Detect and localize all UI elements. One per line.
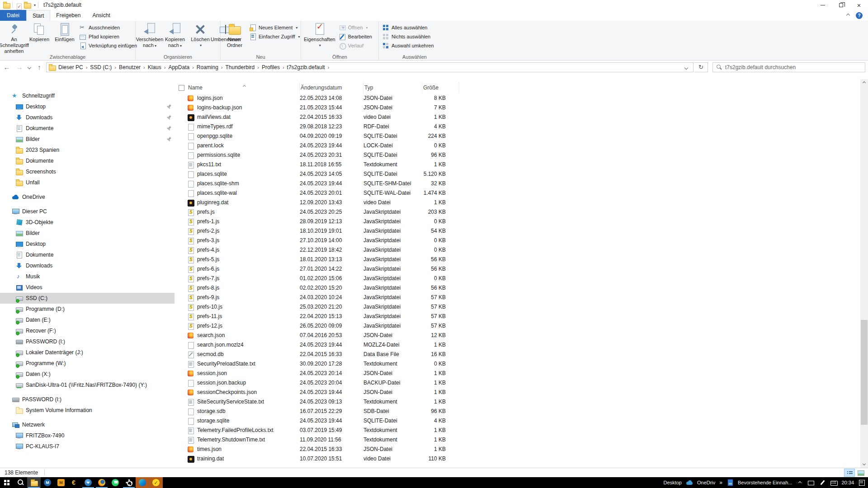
minimize-button[interactable] xyxy=(814,0,832,10)
file-row-telemetry-shutdowntime-txt[interactable]: Telemetry.ShutdownTime.txt11.09.2020 11:… xyxy=(175,435,860,444)
tab-start[interactable]: Start xyxy=(26,10,50,21)
file-row-prefs-7-js[interactable]: prefs-7.js01.02.2020 15:06JavaSkriptdate… xyxy=(175,273,860,283)
breadcrumb-item-appdata[interactable]: AppData xyxy=(165,64,192,70)
paste-button[interactable]: Einfügen xyxy=(52,22,77,43)
tab-datei[interactable]: Datei xyxy=(0,10,26,21)
reminder-app-icon[interactable] xyxy=(726,479,734,486)
file-row-logins-backup-json[interactable]: logins-backup.json21.05.2023 15:44JSON-D… xyxy=(175,103,860,112)
sidebar-item-desktop[interactable]: Desktop xyxy=(0,239,175,249)
sidebar-item-dieser-pc[interactable]: Dieser PC xyxy=(0,206,175,217)
file-row-search-json-mozlz4[interactable]: search.json.mozlz424.05.2023 19:44MOZLZ4… xyxy=(175,340,860,349)
tab-freigeben[interactable]: Freigeben xyxy=(50,10,86,21)
sidebar-item-lokaler-datentr-ger-j[interactable]: Lokaler Datenträger (J:) xyxy=(0,347,175,358)
taskbar-desktop-toolbar[interactable]: Desktop xyxy=(664,480,682,485)
file-row-session-json[interactable]: session.json24.05.2023 20:14JSON-Datei1 … xyxy=(175,368,860,378)
new-folder-button[interactable]: Neuer Ordner xyxy=(222,22,247,49)
file-row-secmod-db[interactable]: secmod.db22.04.2015 16:33Data Base File1… xyxy=(175,349,860,359)
up-button[interactable]: ↑ xyxy=(33,62,45,72)
file-row-prefs-5-js[interactable]: prefs-5.js18.01.2020 13:13JavaSkriptdate… xyxy=(175,254,860,264)
sidebar-item-dokumente[interactable]: Dokumente xyxy=(0,249,175,260)
sidebar-item-2023-spanien[interactable]: 2023 Spanien xyxy=(0,145,175,155)
file-row-mailviews-dat[interactable]: mailViews.dat22.04.2015 16:33video Datei… xyxy=(175,112,860,122)
scroll-down-button[interactable] xyxy=(860,460,868,468)
open-button[interactable]: Öffnen▾ xyxy=(337,23,374,32)
file-row-prefs-12-js[interactable]: prefs-12.js26.05.2020 09:09JavaSkriptdat… xyxy=(175,321,860,330)
easy-access-button[interactable]: Einfacher Zugriff▾ xyxy=(247,33,302,41)
file-row-times-json[interactable]: times.json22.04.2015 16:33JSON-Datei1 KB xyxy=(175,444,860,454)
thumbnails-view-button[interactable] xyxy=(855,469,866,477)
sidebar-item-screenshots[interactable]: Screenshots xyxy=(0,166,175,177)
select-none-button[interactable]: Nichts auswählen xyxy=(380,33,436,41)
delete-button[interactable]: Löschen ▾ xyxy=(188,22,213,49)
sidebar-item-ssd-c[interactable]: SSD (C:) xyxy=(0,293,175,304)
file-row-prefs-9-js[interactable]: prefs-9.js24.03.2020 10:24JavaSkriptdate… xyxy=(175,292,860,302)
file-row-storage-sqlite[interactable]: storage.sqlite24.05.2023 19:44SQLITE-Dat… xyxy=(175,416,860,425)
sidebar-item-programme-d[interactable]: Programme (D:) xyxy=(0,304,175,314)
file-row-prefs-js[interactable]: prefs.js24.05.2023 20:25JavaSkriptdatei2… xyxy=(175,207,860,216)
file-row-sessioncheckpoints-json[interactable]: sessionCheckpoints.json24.05.2023 19:44J… xyxy=(175,387,860,397)
new-item-button[interactable]: Neues Element▾ xyxy=(247,23,302,32)
taskbar-start-button[interactable] xyxy=(0,477,14,488)
sidebar-item-system-volume-information[interactable]: System Volume Information xyxy=(0,405,175,416)
file-row-prefs-1-js[interactable]: prefs-1.js28.09.2019 12:13JavaSkriptdate… xyxy=(175,216,860,226)
file-row-prefs-4-js[interactable]: prefs-4.js22.12.2019 18:42JavaSkriptdate… xyxy=(175,245,860,254)
quick-access-new-folder-icon[interactable] xyxy=(24,1,31,9)
file-row-sitesecurityservicestate-txt[interactable]: SiteSecurityServiceState.txt24.05.2023 0… xyxy=(175,397,860,406)
history-button[interactable]: Verlauf xyxy=(337,42,374,50)
hidden-icons-chevron[interactable] xyxy=(796,479,803,486)
sidebar-item-onedrive[interactable]: OneDrive xyxy=(0,192,175,202)
details-view-button[interactable] xyxy=(844,469,855,477)
taskbar-edge-button[interactable] xyxy=(136,477,149,488)
sidebar-item-password-i[interactable]: PASSWORD (I:) xyxy=(0,394,175,405)
clock[interactable]: 20:34 xyxy=(841,480,854,485)
sidebar-item-bilder[interactable]: Bilder xyxy=(0,134,175,145)
column-header-name[interactable]: Name xyxy=(187,82,300,93)
file-row-openpgp-sqlite[interactable]: openpgp.sqlite04.09.2020 09:19SQLITE-Dat… xyxy=(175,131,860,141)
file-row-prefs-3-js[interactable]: prefs-3.js27.10.2019 14:00JavaSkriptdate… xyxy=(175,235,860,245)
taskbar-firefox-button[interactable] xyxy=(95,477,108,488)
back-button[interactable]: ← xyxy=(1,62,13,72)
file-row-storage-sdb[interactable]: storage.sdb16.07.2015 22:29SDB-Datei96 K… xyxy=(175,406,860,416)
file-row-search-json[interactable]: search.json07.04.2016 20:53JSON-Datei12 … xyxy=(175,330,860,340)
taskbar-whatsapp-button[interactable] xyxy=(108,477,122,488)
taskbar-settings-button[interactable] xyxy=(122,477,136,488)
sidebar-item-bilder[interactable]: Bilder xyxy=(0,228,175,239)
edit-button[interactable]: Bearbeiten xyxy=(337,33,374,41)
quick-access-customize-chevron-icon[interactable]: ▾ xyxy=(34,3,36,7)
toolbar-overflow-chevron[interactable]: » xyxy=(719,479,722,486)
quick-access-properties-icon[interactable] xyxy=(15,3,19,7)
collapse-ribbon-icon[interactable] xyxy=(846,14,850,17)
taskbar-check-app-button[interactable] xyxy=(149,477,163,488)
sidebar-item-sandisk-ultra-01-fritz-nas-fritzbox-7490-y[interactable]: SanDisk-Ultra-01 (\\Fritz.Nas\FRITZBox-7… xyxy=(0,380,175,390)
breadcrumb-box[interactable]: Dieser PC›SSD (C:)›Benutzer›Klaus›AppDat… xyxy=(46,62,693,72)
sidebar-item-videos[interactable]: Videos xyxy=(0,282,175,293)
onedrive-icon[interactable] xyxy=(686,479,693,486)
file-row-securitypreloadstate-txt[interactable]: SecurityPreloadState.txt30.09.2020 17:28… xyxy=(175,359,860,368)
copy-to-button[interactable]: Kopieren nach▾ xyxy=(162,22,188,49)
cut-button[interactable]: Ausschneiden xyxy=(77,23,139,32)
breadcrumb-item-t7s2gzib-default[interactable]: t7s2gzib.default xyxy=(284,64,328,70)
select-all-checkbox[interactable] xyxy=(175,82,187,93)
sidebar-item-fritzbox-7490[interactable]: FRITZBox-7490 xyxy=(0,430,175,441)
network-tray-icon[interactable] xyxy=(807,479,815,486)
file-row-prefs-6-js[interactable]: prefs-6.js27.01.2020 14:22JavaSkriptdate… xyxy=(175,264,860,273)
sidebar-item-daten-x[interactable]: Daten (X:) xyxy=(0,369,175,380)
column-header-modified[interactable]: Änderungsdatum xyxy=(300,82,363,93)
sidebar-item-schnellzugriff[interactable]: Schnellzugriff xyxy=(0,90,175,101)
sidebar-item-dokumente[interactable]: Dokumente xyxy=(0,123,175,134)
search-input[interactable] xyxy=(725,64,861,70)
sidebar-item-desktop[interactable]: Desktop xyxy=(0,101,175,112)
tab-ansicht[interactable]: Ansicht xyxy=(86,10,116,21)
sidebar-item-3d-objekte[interactable]: 3D-Objekte xyxy=(0,217,175,228)
paste-shortcut-button[interactable]: Verknüpfung einfügen xyxy=(77,42,139,50)
column-header-size[interactable]: Größe xyxy=(422,82,459,93)
breadcrumb-item-klaus[interactable]: Klaus xyxy=(145,64,164,70)
file-row-prefs-8-js[interactable]: prefs-8.js02.02.2020 15:20JavaSkriptdate… xyxy=(175,283,860,292)
taskbar-thunderbird-button[interactable] xyxy=(81,477,95,488)
copy-button[interactable]: Kopieren xyxy=(27,22,52,43)
sidebar-item-musik[interactable]: Musik xyxy=(0,271,175,282)
scrollbar-thumb[interactable] xyxy=(861,320,868,425)
help-icon[interactable]: ? xyxy=(856,12,863,19)
file-row-places-sqlite-wal[interactable]: places.sqlite-wal24.05.2023 20:01SQLITE-… xyxy=(175,188,860,197)
breadcrumb-item-thunderbird[interactable]: Thunderbird xyxy=(223,64,258,70)
